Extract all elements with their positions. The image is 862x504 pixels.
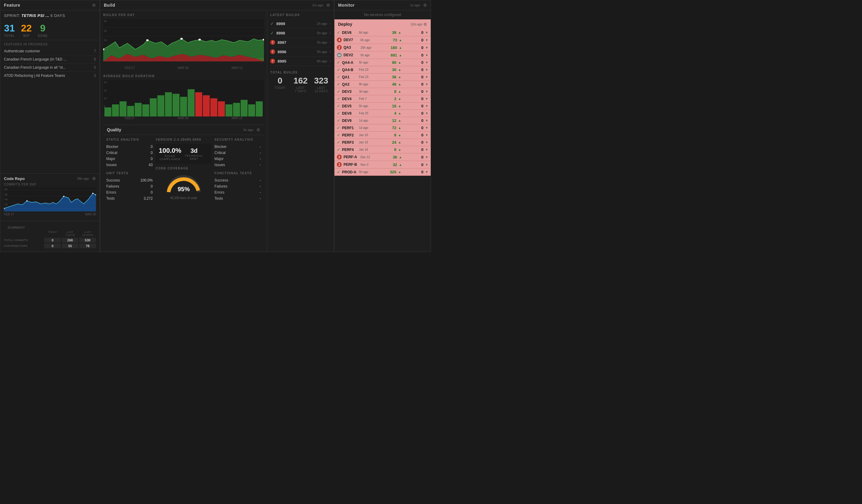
deploy-env: PROD-A (342, 170, 357, 174)
deploy-env: QA4-B (342, 68, 357, 72)
feature-item[interactable]: Canadian French Language in all "ot...5 (4, 64, 96, 72)
total-value: 31 (4, 23, 15, 33)
deploy-item[interactable]: ✓ QA4-A 5h ago 80 ▲ 0 ▼ (335, 59, 431, 66)
feature-item[interactable]: Authenticate customer7 (4, 47, 96, 55)
bar-chart-bar (172, 94, 180, 117)
functional-tests-label: FUNCTIONAL TESTS (214, 172, 261, 175)
deploy-item[interactable]: 2 QA3 16h ago 180 ▲ 0 ▼ (335, 44, 431, 51)
deploy-count: 180 (377, 45, 397, 50)
arrow-down-icon: ▼ (425, 156, 428, 159)
deploy-item[interactable]: ✓ DEV6 6d ago 38 ▲ 0 ▼ (335, 29, 431, 36)
tech-debt-value: 3d (185, 147, 203, 154)
unit-test-row: Success100.0% (106, 177, 153, 183)
build-gear-icon[interactable]: ⚙ (326, 3, 330, 8)
ft-value: - (260, 178, 261, 183)
no-services-text: No services configured (335, 10, 431, 19)
deploy-item[interactable]: ✓ QA4-B Feb 23 30 ▲ 0 ▼ (335, 66, 431, 74)
feature-item[interactable]: ATDD Refactoring | All Feature Teams2 (4, 72, 96, 80)
bar-chart-bar (218, 101, 225, 117)
arrow-up-icon: ▲ (399, 163, 402, 167)
issue-label: Issues (106, 163, 117, 167)
security-analysis-col: SECURITY ANALYSIS Blocker-Critical-Major… (214, 138, 261, 201)
latest-builds-list: ✓89992h ago›✓89985h ago›!89975h ago›!899… (270, 19, 331, 66)
summary-section: SUMMARY TODAYLAST 7 DAYSLAST 14 DAYSTOTA… (0, 221, 100, 252)
quality-header: Quality 5s ago ⚙ (103, 125, 264, 135)
deploy-item[interactable]: ✓ QA1 Feb 23 36 ▲ 0 ▼ (335, 74, 431, 81)
arrow-down-icon: ▼ (425, 61, 428, 64)
ft-label: Success (214, 178, 228, 183)
deploy-time: 16h ago (361, 46, 376, 49)
coverage-gauge: 95% (164, 172, 204, 195)
deploy-item[interactable]: ✓ PROD-A 5h ago 320 ▲ 0 ▼ (335, 169, 431, 176)
build-item[interactable]: !89965h ago› (270, 47, 331, 56)
deploy-pass-icon: ✓ (337, 170, 340, 174)
deploy-fail-icon: 2 (337, 155, 342, 159)
deploy-time: 8h ago (359, 83, 374, 86)
deploy-item[interactable]: ✓ QA2 8h ago 48 ▲ 0 ▼ (335, 81, 431, 88)
deploy-env: DEV4 (342, 97, 357, 101)
commits-chart: 806040200 (4, 187, 96, 211)
deploy-item[interactable]: 4 DEV7 6h ago 73 ▲ 0 ▼ (335, 36, 431, 44)
svg-point-8 (92, 193, 93, 194)
monitor-title: Monitor (338, 3, 355, 8)
quality-gear-icon[interactable]: ⚙ (256, 127, 260, 132)
deploy-time: Feb 23 (359, 75, 374, 79)
deploy-item[interactable]: ✓ DEV8 Feb 25 4 ▲ 0 ▼ (335, 110, 431, 117)
arrow-up-icon: ▲ (398, 170, 401, 174)
feature-name: Canadian French Language in all "ot... (4, 65, 66, 69)
build-date-labels: FEB 27MAR 06MAR 13 (103, 66, 264, 69)
bar-chart-bar (233, 103, 240, 117)
svg-text:95%: 95% (178, 186, 190, 193)
deploy-env: DEV3 (342, 90, 357, 94)
build-sidebar: LATEST BUILDS ✓89992h ago›✓89985h ago›!8… (267, 10, 334, 252)
summary-row: CONTRIBUTORS 0 55 78 (4, 243, 96, 248)
ut-value: 3,272 (143, 196, 153, 201)
build-main: BUILDS PER DAY 403020100 (100, 10, 267, 252)
chevron-right-icon: › (330, 31, 331, 35)
compliance-box: 100.0% RULES COMPLIANCE 3d TECHNICAL DEB… (156, 144, 211, 164)
code-repo-gear-icon[interactable]: ⚙ (92, 176, 96, 181)
deploy-item[interactable]: ✓ DEV3 3d ago 8 ▲ 0 ▼ (335, 88, 431, 95)
issue-value: 43 (148, 163, 153, 167)
deploy-item[interactable]: ✓ DEV4 Feb 7 2 ▲ 0 ▼ (335, 95, 431, 103)
deploy-pass-icon: ✓ (337, 111, 340, 116)
total-builds-section: TOTAL BUILDS 0 TODAY 162 LAST 7 DAYS 323 (270, 71, 331, 93)
deploy-item[interactable]: 2 PERF-B Nov 3 32 ▲ 0 ▼ (335, 161, 431, 169)
deploy-env: DEV8 (342, 111, 357, 116)
deploy-item[interactable]: ✓ DEV9 1d ago 12 ▲ 0 ▼ (335, 117, 431, 124)
arrow-up-icon: ▲ (398, 68, 401, 71)
feature-gear-icon[interactable]: ⚙ (92, 3, 96, 8)
deploy-time: Feb 7 (359, 97, 374, 101)
ft-label: Errors (214, 190, 225, 195)
static-analysis-rows: Blocker0Critical0Major0Issues43 (106, 144, 153, 168)
deploy-env: PERF4 (342, 148, 357, 152)
monitor-gear-icon[interactable]: ⚙ (423, 3, 427, 8)
avg-duration-chart: 20151050 (103, 80, 264, 117)
build-item[interactable]: ✓89992h ago› (270, 19, 331, 28)
deploy-gear-icon[interactable]: ⚙ (423, 22, 427, 27)
arrow-up-icon: ▲ (399, 46, 402, 49)
deploy-env: PERF-A (343, 155, 359, 159)
deploy-item[interactable]: ✓ PERF1 1d ago 72 ▲ 0 ▼ (335, 124, 431, 132)
deploy-item[interactable]: ✓ PERF2 Jan 16 8 ▲ 0 ▼ (335, 132, 431, 139)
build-item[interactable]: !89956h ago› (270, 56, 331, 66)
arrow-up-icon: ▲ (398, 104, 401, 108)
feature-item[interactable]: Canadian French Language (In T&D ...6 (4, 55, 96, 64)
ft-label: Failures (214, 184, 227, 188)
deploy-item[interactable]: 26 DEV2 5h ago 691 ▲ 0 ▼ (335, 51, 431, 59)
arrow-down-icon: ▼ (425, 31, 428, 34)
deploy-time: Jan 16 (359, 148, 374, 151)
arrow-up-icon: ▲ (399, 38, 402, 42)
sprint-name: TETRIS PSI ... (21, 13, 49, 18)
monitor-content[interactable]: Deploy 12m ago ⚙ ✓ DEV6 6d ago 38 ▲ 0 ▼ … (335, 19, 431, 252)
build-number: 8997 (277, 40, 314, 45)
deploy-item[interactable]: ✓ DEV5 5h ago 16 ▲ 0 ▼ (335, 103, 431, 110)
build-item[interactable]: !89975h ago› (270, 38, 331, 47)
deploy-item[interactable]: ✓ PERF3 Jan 16 24 ▲ 0 ▼ (335, 139, 431, 146)
deploy-header: Deploy 12m ago ⚙ (335, 19, 431, 29)
arrow-down-icon: ▼ (425, 83, 428, 86)
security-analysis-label: SECURITY ANALYSIS (214, 138, 261, 141)
build-item[interactable]: ✓89985h ago› (270, 28, 331, 38)
deploy-item[interactable]: 2 PERF-A Dec 12 36 ▲ 0 ▼ (335, 154, 431, 161)
deploy-item[interactable]: ✓ PERF4 Jan 16 8 ▲ 0 ▼ (335, 146, 431, 154)
